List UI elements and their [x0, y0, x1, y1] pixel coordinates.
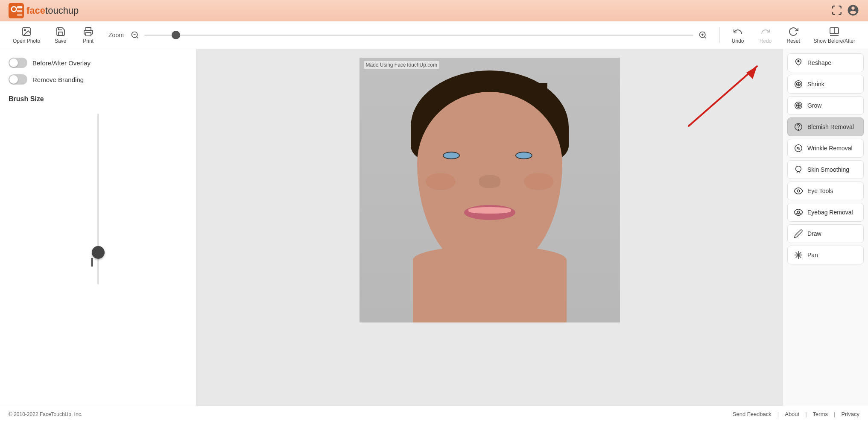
- pan-tool-button[interactable]: Pan: [787, 246, 864, 264]
- svg-line-10: [137, 37, 138, 38]
- svg-line-13: [704, 37, 706, 38]
- zoom-slider-track[interactable]: [144, 35, 693, 36]
- reset-button[interactable]: Reset: [782, 25, 805, 46]
- send-feedback-link[interactable]: Send Feedback: [733, 411, 772, 417]
- svg-line-18: [689, 66, 757, 126]
- logo-text: facetouchup: [26, 5, 79, 16]
- right-cheek: [524, 173, 554, 190]
- blemish-icon: [794, 122, 803, 132]
- print-label: Print: [83, 38, 94, 44]
- toolbar: Open Photo Save Print Zoom: [0, 21, 868, 49]
- brush-size-heading: Brush Size: [9, 95, 187, 103]
- toolbar-separator: [719, 27, 720, 43]
- grow-tool-button[interactable]: Grow: [787, 96, 864, 115]
- print-button[interactable]: Print: [76, 25, 100, 46]
- draw-tool-button[interactable]: Draw: [787, 224, 864, 243]
- red-arrow-indicator: [655, 49, 783, 135]
- copyright-text: © 2010-2022 FaceTouchUp, Inc.: [9, 411, 82, 417]
- eye-icon: [794, 186, 803, 196]
- zoom-label: Zoom: [108, 32, 124, 38]
- terms-link[interactable]: Terms: [813, 411, 828, 417]
- zoom-area: Zoom: [108, 29, 709, 41]
- main: Before/After Overlay Remove Branding Bru…: [0, 49, 868, 406]
- svg-rect-8: [86, 32, 91, 36]
- show-before-after-label: Show Before/After: [814, 38, 855, 44]
- reshape-icon: [794, 58, 803, 67]
- before-after-overlay-row: Before/After Overlay: [9, 58, 187, 68]
- logo[interactable]: facetouchup: [9, 3, 79, 18]
- blemish-removal-label: Blemish Removal: [807, 123, 854, 130]
- svg-point-20: [798, 61, 799, 62]
- left-eye: [443, 152, 460, 159]
- svg-rect-4: [17, 10, 23, 12]
- remove-branding-label: Remove Branding: [32, 76, 84, 83]
- svg-rect-3: [17, 6, 23, 8]
- open-photo-button[interactable]: Open Photo: [9, 25, 44, 46]
- brush-size-slider[interactable]: [9, 114, 187, 397]
- eyebag-removal-label: Eyebag Removal: [807, 209, 853, 216]
- draw-label: Draw: [807, 230, 821, 237]
- profile-button[interactable]: [847, 4, 859, 18]
- shrink-tool-button[interactable]: Shrink: [787, 75, 864, 94]
- pan-icon: [794, 250, 803, 260]
- save-label: Save: [55, 38, 66, 44]
- left-cheek: [426, 173, 456, 190]
- footer-sep-3: |: [834, 411, 835, 417]
- eyebag-icon: [794, 208, 803, 217]
- image-canvas[interactable]: Made Using FaceTouchUp.com: [359, 58, 620, 322]
- right-eye: [515, 152, 532, 159]
- zoom-in-button[interactable]: [697, 29, 709, 41]
- undo-label: Undo: [732, 38, 744, 44]
- reshape-label: Reshape: [807, 59, 831, 66]
- svg-point-30: [798, 129, 799, 130]
- reshape-tool-button[interactable]: Reshape: [787, 53, 864, 72]
- before-after-overlay-label: Before/After Overlay: [32, 59, 91, 67]
- wrinkle-removal-tool-button[interactable]: Wrinkle Removal: [787, 139, 864, 158]
- teeth: [468, 207, 511, 214]
- remove-branding-toggle[interactable]: [9, 74, 27, 85]
- blemish-removal-tool-button[interactable]: Blemish Removal: [787, 117, 864, 136]
- footer-sep-1: |: [777, 411, 779, 417]
- brush-slider-thumb[interactable]: [92, 246, 105, 259]
- eye-tools-button[interactable]: Eye Tools: [787, 182, 864, 200]
- shrink-label: Shrink: [807, 81, 824, 88]
- undo-button[interactable]: Undo: [726, 25, 750, 46]
- zoom-out-button[interactable]: [129, 29, 141, 41]
- eyebag-removal-button[interactable]: Eyebag Removal: [787, 203, 864, 222]
- wrinkle-removal-label: Wrinkle Removal: [807, 145, 853, 152]
- brush-handle-line: [91, 258, 93, 267]
- header: facetouchup: [0, 0, 868, 21]
- about-link[interactable]: About: [785, 411, 799, 417]
- nose: [479, 175, 500, 188]
- skin-icon: [794, 165, 803, 174]
- right-panel: Reshape Shrink Grow: [783, 49, 868, 406]
- redo-button[interactable]: Redo: [754, 25, 777, 46]
- svg-point-2: [12, 7, 16, 11]
- reset-label: Reset: [786, 38, 800, 44]
- save-button[interactable]: Save: [49, 25, 72, 46]
- zoom-slider-thumb[interactable]: [172, 31, 180, 39]
- canvas-area: Made Using FaceTouchUp.com: [196, 49, 783, 406]
- svg-point-34: [797, 211, 800, 214]
- svg-point-32: [796, 166, 801, 172]
- header-right: [831, 4, 859, 18]
- arrow-container: [655, 49, 783, 135]
- show-before-after-button[interactable]: Show Before/After: [810, 25, 859, 46]
- open-photo-label: Open Photo: [13, 38, 40, 44]
- draw-icon: [794, 229, 803, 238]
- left-panel: Before/After Overlay Remove Branding Bru…: [0, 49, 196, 406]
- remove-branding-row: Remove Branding: [9, 74, 187, 85]
- privacy-link[interactable]: Privacy: [841, 411, 859, 417]
- before-after-overlay-toggle[interactable]: [9, 58, 27, 68]
- fullscreen-button[interactable]: [831, 5, 842, 17]
- brush-slider-track: [97, 114, 99, 284]
- wrinkle-icon: [794, 144, 803, 153]
- skin-smoothing-tool-button[interactable]: Skin Smoothing: [787, 160, 864, 179]
- face-layer: [417, 92, 562, 271]
- logo-icon: [9, 3, 24, 18]
- mouth: [464, 205, 515, 220]
- toggle-knob-2: [9, 75, 18, 84]
- shrink-icon: [794, 79, 803, 89]
- redo-label: Redo: [760, 38, 772, 44]
- body-layer: [413, 246, 567, 322]
